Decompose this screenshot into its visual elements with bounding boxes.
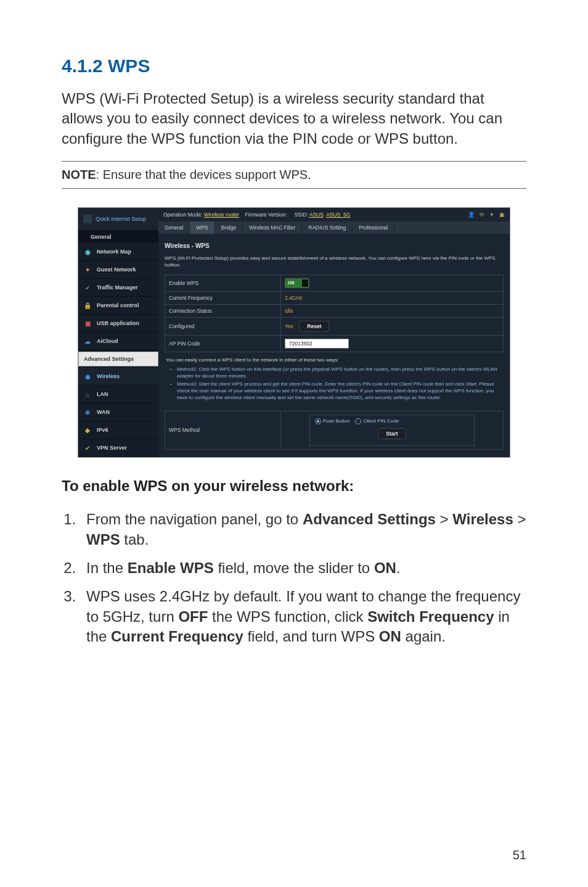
client-pin-radio[interactable]	[355, 418, 361, 424]
logout-icon[interactable]: ▣	[499, 212, 505, 218]
tab-bar: General WPS Bridge Wireless MAC Filter R…	[158, 221, 510, 234]
row-enable-wps: Enable WPS ON	[165, 274, 504, 291]
current-frequency-label: Current Frequency	[165, 291, 281, 304]
parental-icon: 🔒	[83, 301, 92, 310]
network-icon: ◉	[83, 247, 92, 256]
config-table: Enable WPS ON Current Frequency 2.4GHz C…	[165, 274, 504, 352]
ssid-label: SSID:	[295, 212, 308, 218]
aicloud-icon: ☁	[83, 337, 92, 345]
step-3: WPS uses 2.4GHz by default. If you want …	[80, 587, 526, 646]
methods-heading: You can easily connect a WPS client to t…	[166, 357, 502, 364]
wps-method-table: WPS Method Push Button Client PIN Code S…	[165, 411, 504, 450]
topbar-icons: 👤 ⟳ ✦ ▣	[468, 212, 505, 218]
sidebar-item-lan[interactable]: ⌂LAN	[78, 386, 158, 403]
row-connection-status: Connection Status Idle	[165, 304, 504, 317]
enable-wps-heading: To enable WPS on your wireless network:	[62, 477, 526, 495]
ap-pin-code-value: 72013502	[285, 339, 349, 349]
refresh-icon[interactable]: ⟳	[480, 212, 484, 218]
tab-wps[interactable]: WPS	[190, 221, 214, 234]
enable-wps-label: Enable WPS	[165, 274, 281, 291]
note-line: NOTE: Ensure that the devices support WP…	[62, 168, 526, 182]
configured-label: Configured	[165, 317, 281, 335]
ssid-1-link[interactable]: ASUS	[309, 212, 324, 218]
traffic-icon: ✓	[83, 283, 92, 292]
divider	[62, 161, 526, 162]
panel-description: WPS (Wi-Fi Protected Setup) provides eas…	[165, 255, 504, 268]
fw-label: Firmware Version:	[245, 212, 287, 218]
intro-paragraph: WPS (Wi-Fi Protected Setup) is a wireles…	[62, 89, 526, 149]
row-wps-method: WPS Method Push Button Client PIN Code S…	[165, 411, 504, 449]
panel-title: Wireless - WPS	[165, 239, 504, 255]
topbar-left: Operation Mode: Wireless router Firmware…	[163, 212, 350, 218]
tab-general[interactable]: General	[158, 221, 190, 234]
tab-wireless-mac-filter[interactable]: Wireless MAC Filter	[243, 221, 302, 234]
usb-icon: ▣	[83, 319, 92, 328]
row-configured: Configured Yes Reset	[165, 317, 504, 335]
quick-internet-setup-button[interactable]: Quick Internet Setup	[78, 208, 158, 231]
tab-bridge[interactable]: Bridge	[215, 221, 243, 234]
configured-value: Yes	[285, 323, 293, 329]
main-content: Operation Mode: Wireless router Firmware…	[158, 208, 510, 457]
user-icon[interactable]: 👤	[468, 212, 475, 218]
ipv6-icon: ◆	[83, 426, 92, 434]
sidebar-item-traffic-manager[interactable]: ✓Traffic Manager	[78, 279, 158, 297]
sidebar-item-guest-network[interactable]: ✦Guest Network	[78, 261, 158, 279]
wps-method-label: WPS Method	[165, 411, 281, 449]
sidebar-item-usb-application[interactable]: ▣USB application	[78, 315, 158, 332]
current-frequency-value: 2.4GHz	[285, 295, 303, 301]
sidebar-item-wireless[interactable]: ◉Wireless	[78, 368, 158, 386]
sidebar-header-general: General	[78, 231, 158, 243]
connection-status-label: Connection Status	[165, 304, 281, 317]
wireless-icon: ◉	[83, 372, 92, 381]
row-ap-pin-code: AP PIN Code 72013502	[165, 335, 504, 352]
topbar: Operation Mode: Wireless router Firmware…	[158, 208, 510, 221]
wps-method-options: Push Button Client PIN Code Start	[309, 415, 475, 446]
enable-wps-toggle[interactable]: ON	[285, 278, 309, 288]
vpn-icon: ✔	[83, 444, 92, 452]
lan-icon: ⌂	[83, 390, 92, 398]
op-mode-link[interactable]: Wireless router	[204, 212, 239, 218]
sidebar-item-ipv6[interactable]: ◆IPv6	[78, 421, 158, 439]
sidebar-item-parental-control[interactable]: 🔒Parental control	[78, 297, 158, 315]
steps-list: From the navigation panel, go to Advance…	[62, 510, 526, 646]
connection-status-value: Idle	[285, 308, 293, 314]
client-pin-label: Client PIN Code	[363, 418, 398, 424]
qis-label: Quick Internet Setup	[96, 216, 146, 222]
divider	[62, 188, 526, 189]
sidebar-item-network-map[interactable]: ◉Network Map	[78, 243, 158, 261]
sidebar-header-advanced: Advanced Settings	[78, 352, 158, 366]
note-label: NOTE	[62, 168, 96, 181]
wan-icon: ⊕	[83, 408, 92, 416]
settings-icon[interactable]: ✦	[489, 212, 494, 218]
wps-panel: Wireless - WPS WPS (Wi-Fi Protected Setu…	[158, 234, 510, 455]
ssid-2-link[interactable]: ASUS_5G	[326, 212, 350, 218]
method-1: Method1: Click the WPS button on this in…	[177, 366, 502, 380]
sidebar: Quick Internet Setup General ◉Network Ma…	[78, 208, 158, 457]
push-button-label: Push Button	[323, 418, 350, 424]
guest-icon: ✦	[83, 265, 92, 274]
push-button-radio[interactable]	[315, 418, 321, 424]
section-heading: 4.1.2 WPS	[62, 56, 526, 76]
tab-professional[interactable]: Professional	[353, 221, 394, 234]
wand-icon	[83, 215, 92, 223]
sidebar-item-vpn-server[interactable]: ✔VPN Server	[78, 439, 158, 457]
ap-pin-code-label: AP PIN Code	[165, 335, 281, 352]
sidebar-item-wan[interactable]: ⊕WAN	[78, 403, 158, 421]
sidebar-item-aicloud[interactable]: ☁AiCloud	[78, 332, 158, 350]
methods-description: You can easily connect a WPS client to t…	[165, 352, 504, 411]
reset-button[interactable]: Reset	[299, 321, 329, 332]
row-current-frequency: Current Frequency 2.4GHz	[165, 291, 504, 304]
step-1: From the navigation panel, go to Advance…	[80, 510, 526, 550]
step-2: In the Enable WPS field, move the slider…	[80, 558, 526, 578]
start-button[interactable]: Start	[378, 428, 406, 439]
page-number: 51	[513, 848, 526, 862]
note-text: : Ensure that the devices support WPS.	[96, 168, 311, 181]
router-admin-screenshot: Quick Internet Setup General ◉Network Ma…	[78, 207, 510, 458]
tab-radius-setting[interactable]: RADIUS Setting	[302, 221, 353, 234]
method-2: Method2: Start the client WPS process an…	[177, 381, 502, 401]
op-mode-label: Operation Mode:	[163, 212, 202, 218]
